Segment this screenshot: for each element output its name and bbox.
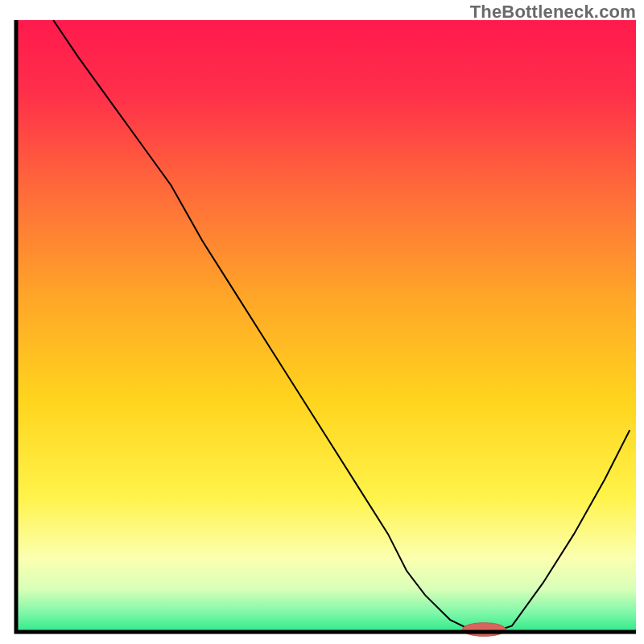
bottleneck-chart [0,0,644,644]
chart-container: TheBottleneck.com [0,0,644,644]
gradient-background [16,20,636,632]
optimal-point-marker [462,623,506,637]
